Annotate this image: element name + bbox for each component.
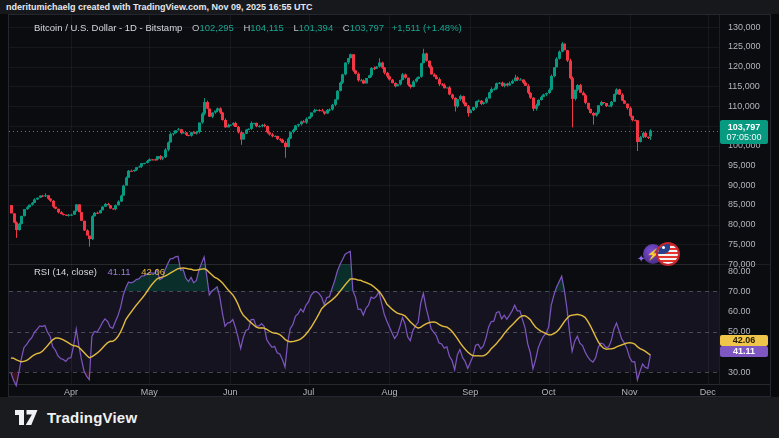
rsi-ma-badge: 42.06	[720, 335, 768, 346]
tradingview-logo-text[interactable]: TradingView	[47, 409, 137, 426]
rsi-legend[interactable]: RSI (14, close) 41.11 42.06	[34, 266, 165, 277]
price-axis-label: 110,000	[728, 102, 760, 111]
price-axis-label: 85,000	[728, 200, 756, 209]
symbol-title: Bitcoin / U.S. Dollar - 1D - Bitstamp	[34, 22, 182, 33]
high-value: 104,115	[250, 22, 284, 33]
rsi-axis-label: 30.00	[728, 368, 751, 377]
price-axis-label: 90,000	[728, 181, 756, 190]
month-axis-label: Jul	[292, 387, 326, 397]
attribution-text: nderitumichaelg created with TradingView…	[6, 2, 313, 12]
rsi-axis-label: 70.00	[728, 287, 751, 296]
price-axis-label: 130,000	[728, 23, 761, 32]
month-axis-label: Sep	[453, 387, 487, 397]
month-axis-label: Jun	[213, 387, 247, 397]
price-axis-label: 80,000	[728, 220, 756, 229]
low-value: 101,394	[299, 22, 333, 33]
month-axis-label: Oct	[532, 387, 566, 397]
chart-area[interactable]: Bitcoin / U.S. Dollar - 1D - Bitstamp O1…	[8, 14, 771, 397]
current-price-value: 103,797	[720, 122, 768, 132]
current-price-badge: 103,797 07:05:00	[720, 120, 768, 144]
open-value: 102,295	[199, 22, 233, 33]
price-axis-label: 115,000	[728, 82, 760, 91]
symbol-legend[interactable]: Bitcoin / U.S. Dollar - 1D - Bitstamp O1…	[34, 22, 462, 33]
rsi-ma-value: 42.06	[141, 266, 165, 277]
sparkle-icon: ✦	[637, 254, 645, 264]
price-scale-axis[interactable]: 30.0040.0050.0060.0070.0080.0070,00075,0…	[719, 15, 770, 384]
bar-countdown: 07:05:00	[720, 132, 768, 142]
month-axis-label: Nov	[613, 387, 647, 397]
month-axis-label: Aug	[372, 387, 406, 397]
month-axis-label: Apr	[54, 387, 88, 397]
price-axis-label: 120,000	[728, 62, 761, 71]
price-axis-label: 95,000	[728, 161, 756, 170]
rsi-value-badge: 41.11	[720, 346, 768, 357]
rsi-indicator-title: RSI (14, close)	[34, 266, 97, 277]
bottom-bar: TradingView	[0, 397, 779, 438]
usa-ball-emoji-sticker[interactable]	[656, 242, 680, 266]
attribution-bar: nderitumichaelg created with TradingView…	[0, 0, 779, 14]
price-axis-label: 70,000	[728, 260, 756, 269]
flag-star	[662, 246, 665, 249]
rsi-axis-label: 60.00	[728, 307, 751, 316]
chart-canvas[interactable]	[9, 15, 770, 396]
month-axis-label: Dec	[691, 387, 725, 397]
price-axis-label: 125,000	[728, 42, 761, 51]
close-label: C	[343, 22, 350, 33]
change-value: +1,511 (+1.48%)	[392, 22, 462, 33]
time-scale-axis[interactable]: AprMayJunJulAugSepOctNovDec	[9, 384, 770, 397]
rsi-current-value: 41.11	[107, 266, 130, 277]
close-value: 103,797	[350, 22, 384, 33]
tradingview-logo-icon[interactable]	[14, 407, 39, 428]
month-axis-label: May	[132, 387, 166, 397]
price-axis-label: 75,000	[728, 240, 756, 249]
